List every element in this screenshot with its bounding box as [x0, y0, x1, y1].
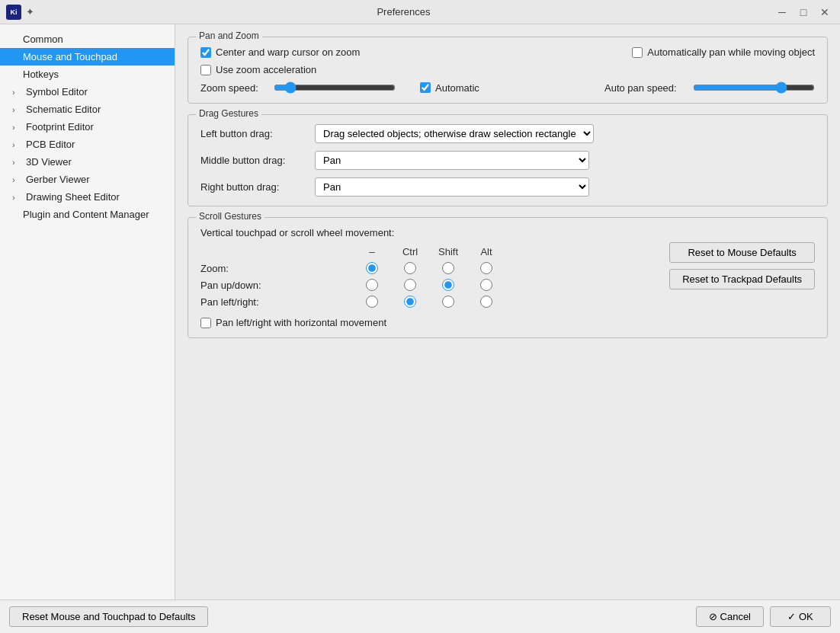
sidebar-item-common[interactable]: Common [0, 30, 175, 48]
chevron-icon: › [12, 175, 23, 184]
reset-trackpad-defaults-button[interactable]: Reset to Trackpad Defaults [669, 269, 815, 289]
scroll-gestures-group: Scroll Gestures Vertical touchpad or scr… [188, 217, 828, 338]
sidebar-item-3d-viewer[interactable]: › 3D Viewer [0, 153, 175, 171]
chevron-icon: › [12, 158, 23, 167]
kicad-logo: Ki [6, 5, 21, 20]
right-button-drag-row: Right button drag: Pan None Zoom [200, 177, 815, 197]
sidebar-item-drawing-sheet-editor[interactable]: › Drawing Sheet Editor [0, 188, 175, 206]
left-button-drag-row: Left button drag: Drag selected objects;… [200, 124, 815, 143]
scroll-content: Vertical touchpad or scroll wheel moveme… [200, 227, 815, 328]
automatic-checkbox[interactable] [420, 82, 431, 93]
right-button-label: Right button drag: [200, 181, 307, 193]
center-warp-label: Center and warp cursor on zoom [216, 46, 360, 58]
zoom-radio-shift[interactable] [429, 262, 467, 274]
sidebar-item-plugin-content-manager[interactable]: Plugin and Content Manager [0, 206, 175, 223]
scroll-left-panel: Vertical touchpad or scroll wheel moveme… [200, 227, 660, 328]
pan-zoom-group: Pan and Zoom Center and warp cursor on z… [188, 37, 828, 104]
ok-label: OK [799, 611, 813, 622]
zoom-radio-dash-input[interactable] [366, 262, 378, 274]
auto-pan-label: Automatically pan while moving object [647, 46, 815, 58]
panud-radio-dash[interactable] [353, 279, 391, 291]
scroll-column-headers: – Ctrl Shift Alt [200, 246, 660, 257]
zoom-radio-ctrl-input[interactable] [404, 262, 416, 274]
zoom-radio-dash[interactable] [353, 262, 391, 274]
panlr-radio-ctrl[interactable] [391, 296, 429, 308]
zoom-radio-alt-input[interactable] [480, 262, 492, 274]
bottom-bar: Reset Mouse and Touchpad to Defaults ⊘ C… [0, 599, 840, 633]
scroll-pan-leftright-row: Pan left/right: [200, 296, 660, 308]
auto-pan-speed-label: Auto pan speed: [604, 82, 681, 94]
panud-radio-alt-input[interactable] [480, 279, 492, 291]
scroll-right-panel: Reset to Mouse Defaults Reset to Trackpa… [669, 227, 815, 328]
middle-button-drag-select[interactable]: Pan None Zoom [315, 151, 589, 170]
scroll-zoom-row: Zoom: [200, 262, 660, 274]
ok-button[interactable]: ✓ OK [770, 606, 831, 627]
panlr-radio-shift-input[interactable] [442, 296, 454, 308]
zoom-accel-checkbox[interactable] [200, 65, 211, 75]
zoom-radio-alt[interactable] [467, 262, 505, 274]
panlr-radio-dash-input[interactable] [366, 296, 378, 308]
panud-radio-shift[interactable] [429, 279, 467, 291]
panud-radio-dash-input[interactable] [366, 279, 378, 291]
sidebar-item-gerber-viewer[interactable]: › Gerber Viewer [0, 171, 175, 188]
right-button-drag-select[interactable]: Pan None Zoom [315, 177, 589, 197]
panud-radio-alt[interactable] [467, 279, 505, 291]
auto-pan-checkbox[interactable] [632, 47, 643, 58]
col-header-ctrl: Ctrl [391, 246, 429, 257]
middle-button-label: Middle button drag: [200, 155, 307, 166]
chevron-icon: › [12, 105, 23, 114]
zoom-speed-slider[interactable] [274, 82, 396, 94]
panlr-radio-dash[interactable] [353, 296, 391, 308]
zoom-radio-ctrl[interactable] [391, 262, 429, 274]
chevron-icon: › [12, 88, 23, 97]
slider-section: Zoom speed: Automatic Auto pan speed: [200, 82, 815, 94]
cancel-label: Cancel [720, 611, 751, 622]
title-bar-controls: ─ □ ✕ [773, 3, 834, 21]
sidebar-item-schematic-editor[interactable]: › Schematic Editor [0, 101, 175, 118]
panlr-radio-shift[interactable] [429, 296, 467, 308]
panud-radio-ctrl[interactable] [391, 279, 429, 291]
center-warp-checkbox[interactable] [200, 47, 211, 58]
panlr-radio-alt-input[interactable] [480, 296, 492, 308]
sidebar-item-hotkeys[interactable]: Hotkeys [0, 66, 175, 83]
sidebar-item-symbol-editor[interactable]: › Symbol Editor [0, 83, 175, 101]
automatic-checkbox-wrapper[interactable]: Automatic [420, 82, 479, 94]
col-header-dash: – [353, 246, 391, 257]
minimize-button[interactable]: ─ [773, 3, 791, 21]
sidebar-item-mouse-touchpad[interactable]: Mouse and Touchpad [0, 48, 175, 66]
cancel-icon: ⊘ [709, 611, 717, 622]
pan-horizontal-checkbox[interactable] [200, 318, 211, 328]
left-button-drag-select[interactable]: Drag selected objects; otherwise draw se… [315, 124, 594, 143]
maximize-button[interactable]: □ [794, 3, 813, 21]
scroll-pan-leftright-label: Pan left/right: [200, 296, 353, 308]
auto-pan-checkbox-wrapper[interactable]: Automatically pan while moving object [632, 46, 815, 58]
sidebar: Common Mouse and Touchpad Hotkeys › Symb… [0, 24, 175, 599]
bottom-bar-right: ⊘ Cancel ✓ OK [696, 606, 831, 627]
zoom-accel-checkbox-wrapper[interactable]: Use zoom acceleration [200, 64, 815, 75]
pan-zoom-title: Pan and Zoom [196, 30, 262, 41]
automatic-label: Automatic [435, 82, 479, 94]
chevron-icon: › [12, 123, 23, 132]
drag-gestures-title: Drag Gestures [196, 108, 261, 119]
center-warp-checkbox-wrapper[interactable]: Center and warp cursor on zoom [200, 46, 360, 58]
scroll-gestures-title: Scroll Gestures [196, 211, 265, 222]
chevron-icon: › [12, 140, 23, 149]
reset-defaults-button[interactable]: Reset Mouse and Touchpad to Defaults [9, 606, 208, 627]
close-button[interactable]: ✕ [816, 3, 834, 21]
scroll-zoom-label: Zoom: [200, 263, 353, 274]
cancel-button[interactable]: ⊘ Cancel [696, 606, 764, 627]
reset-mouse-defaults-button[interactable]: Reset to Mouse Defaults [669, 242, 815, 263]
chevron-icon: › [12, 193, 23, 202]
panud-radio-shift-input[interactable] [442, 279, 454, 291]
pan-horizontal-checkbox-wrapper[interactable]: Pan left/right with horizontal movement [200, 317, 660, 328]
top-checkboxes-row: Center and warp cursor on zoom Automatic… [200, 46, 815, 58]
panud-radio-ctrl-input[interactable] [404, 279, 416, 291]
sidebar-item-pcb-editor[interactable]: › PCB Editor [0, 136, 175, 153]
panlr-radio-ctrl-input[interactable] [404, 296, 416, 308]
content-area: Pan and Zoom Center and warp cursor on z… [175, 24, 840, 599]
ok-icon: ✓ [787, 611, 796, 622]
panlr-radio-alt[interactable] [467, 296, 505, 308]
zoom-radio-shift-input[interactable] [442, 262, 454, 274]
sidebar-item-footprint-editor[interactable]: › Footprint Editor [0, 118, 175, 136]
auto-pan-speed-slider[interactable] [693, 82, 815, 94]
